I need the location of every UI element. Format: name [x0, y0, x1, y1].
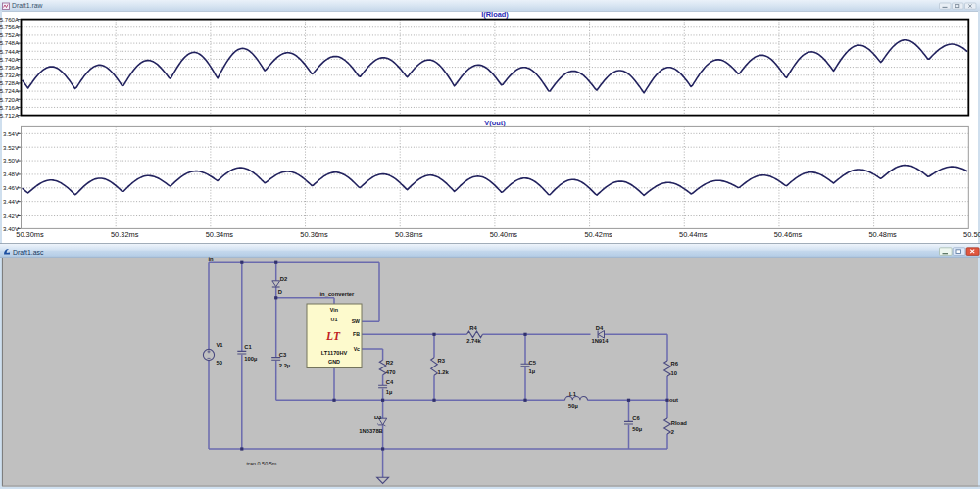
svg-text:FB: FB [353, 331, 360, 337]
svg-text:1µ: 1µ [529, 368, 536, 374]
svg-text:50µ: 50µ [632, 426, 642, 432]
svg-text:D2: D2 [280, 276, 287, 282]
svg-text:LT: LT [325, 330, 341, 342]
svg-text:R3: R3 [438, 358, 446, 364]
svg-text:50.50ms: 50.50ms [963, 230, 980, 239]
svg-text:D4: D4 [596, 325, 604, 331]
svg-text:R6: R6 [671, 361, 679, 367]
svg-text:C4: C4 [386, 379, 394, 385]
svg-text:50: 50 [217, 360, 222, 366]
svg-text:C6: C6 [632, 416, 640, 421]
svg-text:50.36ms: 50.36ms [300, 230, 328, 239]
svg-text:3.46V: 3.46V [3, 184, 20, 191]
svg-text:5.716A: 5.716A [0, 104, 20, 111]
svg-text:D3: D3 [374, 415, 382, 420]
svg-text:50.46ms: 50.46ms [774, 230, 803, 239]
svg-text:L1: L1 [569, 391, 577, 397]
svg-text:3.42V: 3.42V [3, 212, 20, 219]
svg-text:U1: U1 [331, 317, 338, 322]
svg-text:50.40ms: 50.40ms [490, 230, 518, 239]
svg-text:5.720A: 5.720A [0, 96, 20, 103]
svg-text:5.752A: 5.752A [0, 31, 20, 38]
svg-text:in: in [209, 256, 215, 262]
svg-text:1.2k: 1.2k [438, 369, 450, 375]
svg-text:5.760A: 5.760A [0, 16, 20, 23]
svg-text:1N914: 1N914 [591, 338, 609, 344]
svg-text:3.48V: 3.48V [3, 171, 20, 177]
svg-text:5.756A: 5.756A [0, 24, 20, 30]
svg-text:Vin: Vin [330, 307, 338, 313]
svg-text:3.54V: 3.54V [3, 130, 20, 137]
svg-text:1N5378B: 1N5378B [359, 428, 383, 434]
svg-text:Draft1.raw: Draft1.raw [12, 2, 42, 9]
svg-text:Rload: Rload [671, 420, 688, 426]
svg-text:50.32ms: 50.32ms [111, 230, 139, 239]
svg-text:50µ: 50µ [568, 403, 578, 409]
svg-text:3.52V: 3.52V [3, 144, 20, 151]
svg-text:10: 10 [671, 370, 677, 376]
svg-text:5.724A: 5.724A [0, 87, 20, 94]
svg-text:2.2µ: 2.2µ [279, 363, 290, 368]
svg-text:LT1170HV: LT1170HV [321, 350, 348, 356]
svg-text:C5: C5 [529, 360, 537, 366]
svg-text:50.30ms: 50.30ms [16, 230, 44, 239]
svg-text:100µ: 100µ [244, 356, 257, 362]
svg-text:.tran 0 50.5m: .tran 0 50.5m [245, 461, 277, 466]
svg-text:5.740A: 5.740A [0, 56, 20, 63]
svg-text:R2: R2 [386, 360, 393, 366]
svg-text:V1: V1 [217, 342, 224, 348]
svg-text:50.42ms: 50.42ms [584, 230, 612, 239]
svg-text:Draft1.asc: Draft1.asc [13, 249, 44, 256]
svg-text:out: out [669, 397, 678, 403]
svg-text:C3: C3 [279, 352, 287, 358]
svg-text:2.74k: 2.74k [466, 338, 481, 344]
svg-text:50.34ms: 50.34ms [206, 230, 234, 239]
svg-text:in_converter: in_converter [320, 291, 356, 297]
svg-text:2: 2 [671, 429, 674, 435]
svg-text:V(out): V(out) [484, 119, 506, 127]
svg-text:5.736A: 5.736A [0, 64, 20, 71]
svg-text:5.748A: 5.748A [0, 39, 20, 46]
svg-text:5.744A: 5.744A [0, 48, 20, 55]
svg-text:470: 470 [386, 369, 396, 375]
svg-text:C1: C1 [244, 344, 252, 350]
svg-text:I(Rload): I(Rload) [481, 10, 509, 19]
svg-text:50.38ms: 50.38ms [395, 230, 423, 239]
svg-text:1µ: 1µ [386, 389, 393, 395]
svg-text:Vc: Vc [354, 346, 360, 352]
svg-text:5.732A: 5.732A [0, 72, 20, 78]
svg-text:SW: SW [352, 318, 360, 324]
svg-text:D: D [278, 289, 282, 295]
svg-text:50.44ms: 50.44ms [679, 230, 708, 239]
svg-text:3.44V: 3.44V [3, 198, 20, 205]
svg-text:50.48ms: 50.48ms [868, 230, 897, 239]
svg-text:5.728A: 5.728A [0, 79, 20, 86]
svg-text:3.50V: 3.50V [3, 157, 20, 164]
svg-text:GND: GND [328, 359, 340, 365]
svg-text:5.712A: 5.712A [0, 112, 20, 119]
svg-text:R4: R4 [469, 325, 477, 331]
